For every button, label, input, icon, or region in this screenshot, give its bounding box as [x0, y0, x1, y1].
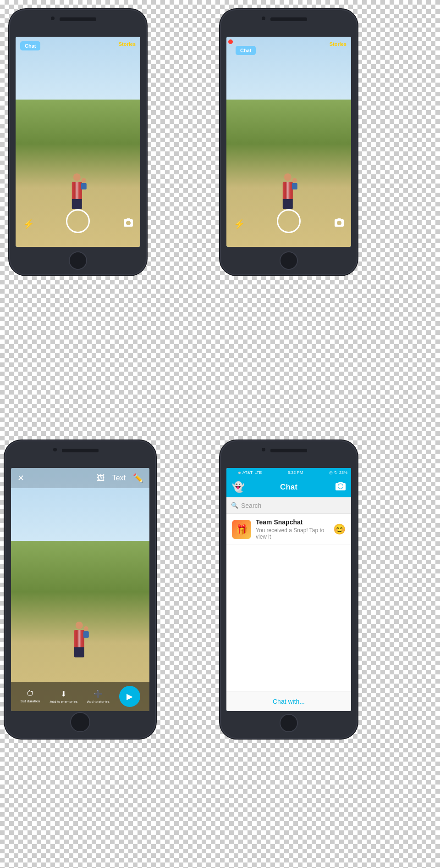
phone-camera-dot-tr — [262, 17, 265, 20]
pencil-icon-bl[interactable]: ✏️ — [133, 473, 143, 483]
send-button-bl[interactable]: ▶ — [119, 686, 140, 707]
search-icon-br: 🔍 — [231, 502, 238, 509]
screen-bl: ✕ 🖼 Text ✏️ ⏱ Set duration ⬇ Add — [11, 468, 149, 711]
add-memories-label-bl: Add to memories — [50, 700, 77, 704]
add-stories-item-bl[interactable]: ➕ Add to stories — [87, 690, 110, 704]
chat-item-preview-br: You received a Snap! Tap to view it — [256, 527, 329, 540]
flash-icon-tl[interactable]: ⚡ — [23, 218, 34, 229]
status-left-br: AT&T LTE — [230, 470, 262, 475]
flash-icon-tr[interactable]: ⚡ — [234, 218, 245, 229]
chat-item-emoji-br: 😊 — [333, 523, 346, 535]
camera-icon-br[interactable] — [336, 482, 346, 493]
team-snapchat-avatar-br: 🎁 — [232, 520, 251, 539]
edit-bottom-bar-bl: ⏱ Set duration ⬇ Add to memories ➕ Add t… — [11, 682, 149, 711]
add-stories-label-bl: Add to stories — [87, 700, 110, 704]
set-duration-item-bl[interactable]: ⏱ Set duration — [20, 690, 40, 703]
phone-top-right: Chat Stories ⚡ — [220, 9, 358, 275]
status-dot-1-br — [230, 472, 232, 474]
phone-camera-dot-bl — [53, 448, 57, 451]
search-placeholder-br[interactable]: Search — [241, 502, 261, 509]
phone-speaker-tr — [270, 17, 307, 21]
add-memories-item-bl[interactable]: ⬇ Add to memories — [50, 690, 77, 704]
notification-badge-tr — [228, 39, 233, 44]
home-button-br[interactable] — [280, 714, 298, 732]
ghost-icon-br[interactable]: 👻 — [232, 481, 244, 493]
memories-icon-bl: ⬇ — [60, 690, 66, 698]
battery-br: 23% — [339, 470, 347, 475]
screen-tr: Chat Stories ⚡ — [226, 37, 351, 247]
flip-camera-icon-tr[interactable] — [334, 217, 345, 231]
home-button-bl[interactable] — [70, 712, 90, 732]
stories-icon-bl: ➕ — [94, 690, 103, 698]
status-bar-br: AT&T LTE 5:32 PM ◎ ↻ 23% — [226, 468, 351, 477]
phone-speaker-bl — [62, 449, 99, 452]
phone-bottom-right: AT&T LTE 5:32 PM ◎ ↻ 23% 👻 Chat — [220, 440, 358, 739]
text-label-bl[interactable]: Text — [112, 474, 126, 482]
chat-list-item-br[interactable]: 🎁 Team Snapchat You received a Snap! Tap… — [226, 514, 351, 545]
chat-item-name-br: Team Snapchat — [256, 518, 329, 526]
screen-br: AT&T LTE 5:32 PM ◎ ↻ 23% 👻 Chat — [226, 468, 351, 711]
location-icon-br: ◎ — [329, 470, 333, 475]
chat-screen-br: AT&T LTE 5:32 PM ◎ ↻ 23% 👻 Chat — [226, 468, 351, 711]
stories-button-tr[interactable]: Stories — [330, 41, 346, 47]
edit-overlay-bl: ✕ 🖼 Text ✏️ ⏱ Set duration ⬇ Add — [11, 468, 149, 711]
search-bar-br: 🔍 Search — [226, 497, 351, 514]
chat-button-tr[interactable]: Chat — [236, 46, 256, 55]
shutter-button-tl[interactable] — [66, 209, 90, 233]
chat-header-br: 👻 Chat — [226, 477, 351, 497]
chat-header-title-br: Chat — [280, 483, 297, 492]
set-duration-label-bl: Set duration — [20, 699, 40, 703]
close-icon-bl[interactable]: ✕ — [17, 473, 24, 483]
edit-top-bar-bl: ✕ 🖼 Text ✏️ — [11, 468, 149, 488]
shutter-button-tr[interactable] — [277, 209, 301, 233]
time-br: 5:32 PM — [288, 470, 303, 475]
flip-camera-icon-tl[interactable] — [123, 217, 134, 231]
phone-camera-dot-tl — [51, 17, 55, 20]
status-right-br: ◎ ↻ 23% — [329, 470, 347, 475]
edit-top-right-bl: 🖼 Text ✏️ — [97, 473, 143, 483]
chat-with-link-br[interactable]: Chat with... — [273, 698, 305, 705]
home-button-tr[interactable] — [280, 251, 298, 270]
sticker-icon-bl[interactable]: 🖼 — [97, 473, 105, 483]
status-dot-2-br — [234, 472, 236, 474]
phone-speaker-br — [270, 449, 307, 452]
clock-icon-bl: ⏱ — [27, 690, 34, 698]
phone-speaker-tl — [60, 17, 96, 21]
screen-tl: Chat Stories ⚡ — [16, 37, 140, 247]
status-dot-3-br — [238, 472, 241, 474]
chat-button-tl[interactable]: Chat — [20, 41, 40, 50]
phone-camera-dot-br — [262, 448, 265, 451]
network-br: LTE — [254, 470, 262, 475]
phone-bottom-left: ✕ 🖼 Text ✏️ ⏱ Set duration ⬇ Add — [5, 440, 156, 739]
stories-button-tl[interactable]: Stories — [119, 41, 136, 47]
chat-item-content-br: Team Snapchat You received a Snap! Tap t… — [256, 518, 329, 540]
carrier-br: AT&T — [242, 470, 253, 475]
camera-overlay-tr: Chat Stories ⚡ — [226, 37, 351, 247]
rotate-icon-br: ↻ — [334, 470, 338, 475]
home-button-tl[interactable] — [69, 251, 87, 270]
phone-top-left: Chat Stories ⚡ — [9, 9, 147, 275]
camera-overlay-tl: Chat Stories ⚡ — [16, 37, 140, 247]
chat-footer-br: Chat with... — [226, 691, 351, 711]
